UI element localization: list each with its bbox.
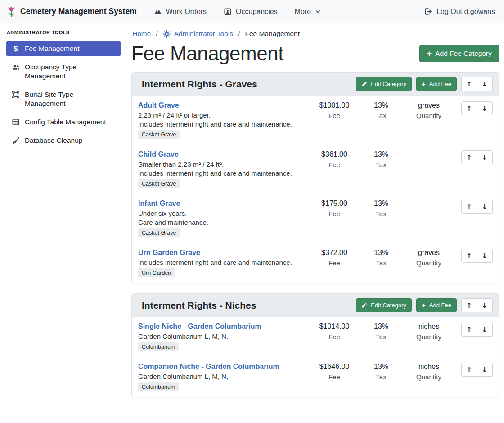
fee-reorder-group: ↑ ↓ xyxy=(461,101,493,115)
add-fee-category-label: Add Fee Category xyxy=(435,50,492,58)
breadcrumb: Home / Administrator Tools / Fee Managem… xyxy=(132,30,500,38)
edit-category-button[interactable]: Edit Category xyxy=(356,298,412,312)
tax-value: 13% xyxy=(359,249,404,257)
users-icon xyxy=(11,63,21,72)
nav-work-orders-label: Work Orders xyxy=(166,8,207,16)
fee-row: Urn Garden Grave Includes interment righ… xyxy=(132,243,499,283)
move-fee-down-button[interactable]: ↓ xyxy=(477,101,493,115)
tax-value: 13% xyxy=(359,363,404,371)
move-fee-down-button[interactable]: ↓ xyxy=(477,363,493,377)
fee-amount-cell: $1001.00 Fee xyxy=(310,101,359,119)
plus-icon: + xyxy=(422,81,426,87)
fee-description-line: Garden Columbarium L, M, N. xyxy=(138,332,306,340)
sidebar-item-burial-site-type-management[interactable]: Burial Site Type Management xyxy=(6,87,121,111)
breadcrumb-admin-tools-link[interactable]: Administrator Tools xyxy=(163,30,234,38)
add-fee-button[interactable]: + Add Fee xyxy=(416,298,457,312)
move-fee-up-button[interactable]: ↑ xyxy=(461,249,477,263)
add-fee-button[interactable]: + Add Fee xyxy=(416,77,457,91)
arrow-up-icon: ↑ xyxy=(466,105,472,113)
sidebar-item-fee-management[interactable]: $ Fee Management xyxy=(6,41,121,56)
fee-info: Single Niche - Garden Columbarium Garden… xyxy=(138,323,310,351)
quantity-cell: graves Quantity xyxy=(404,249,454,267)
move-fee-down-button[interactable]: ↓ xyxy=(477,150,493,164)
app-brand[interactable]: Cemetery Management System xyxy=(6,6,137,18)
quantity-label: Quantity xyxy=(404,333,454,341)
nav-work-orders[interactable]: Work Orders xyxy=(154,8,207,16)
fee-row: Adult Grave 2.23 m² / 24 ft² or larger. … xyxy=(132,96,499,145)
fee-reorder-group: ↑ ↓ xyxy=(461,200,493,214)
sidebar-item-label: Config Table Management xyxy=(25,118,106,127)
category-reorder-group: ↑ ↓ xyxy=(461,77,493,91)
nav-occupancies[interactable]: Occupancies xyxy=(224,8,278,16)
add-fee-category-button[interactable]: + Add Fee Category xyxy=(419,45,500,62)
fee-name-link[interactable]: Single Niche - Garden Columbarium xyxy=(138,323,261,331)
fee-row-actions: ↑ ↓ xyxy=(461,101,493,115)
table-icon xyxy=(11,118,21,126)
top-navbar: Cemetery Management System Work Orders xyxy=(0,0,504,23)
fee-amount-label: Fee xyxy=(310,259,359,267)
arrow-up-icon: ↑ xyxy=(466,154,472,162)
tax-value: 13% xyxy=(359,101,404,110)
quantity-label: Quantity xyxy=(404,112,454,119)
logout-link[interactable]: Log Out d.gowans xyxy=(424,7,495,16)
fee-tag: Casket Grave xyxy=(138,179,180,188)
move-category-down-button[interactable]: ↓ xyxy=(477,77,493,91)
tax-label: Tax xyxy=(359,373,404,381)
fee-name-link[interactable]: Child Grave xyxy=(138,150,179,159)
category-reorder-group: ↑ ↓ xyxy=(461,298,493,312)
arrow-down-icon: ↓ xyxy=(482,80,488,88)
sidebar: ADMINISTRATOR TOOLS $ Fee Management Occ… xyxy=(0,23,126,423)
sidebar-item-occupancy-type-management[interactable]: Occupancy Type Management xyxy=(6,59,121,84)
fee-description-line: Care and maintenance. xyxy=(138,218,306,226)
logout-label: Log Out d.gowans xyxy=(436,8,495,16)
page-title: Fee Management xyxy=(131,42,284,65)
fee-amount-label: Fee xyxy=(310,333,359,341)
tax-cell: 13% Tax xyxy=(359,150,404,168)
fee-reorder-group: ↑ ↓ xyxy=(461,249,493,263)
move-fee-up-button[interactable]: ↑ xyxy=(461,150,477,164)
sidebar-item-config-table-management[interactable]: Config Table Management xyxy=(6,114,121,130)
fee-name-link[interactable]: Companion Niche - Garden Columbarium xyxy=(138,363,279,371)
move-fee-down-button[interactable]: ↓ xyxy=(477,200,493,214)
quantity-label: Quantity xyxy=(404,373,454,381)
sidebar-item-database-cleanup[interactable]: Database Cleanup xyxy=(6,133,121,148)
fee-name-link[interactable]: Urn Garden Grave xyxy=(138,249,200,257)
add-fee-label: Add Fee xyxy=(429,302,451,309)
arrow-down-icon: ↓ xyxy=(482,105,488,113)
fee-reorder-group: ↑ ↓ xyxy=(461,150,493,164)
edit-category-button[interactable]: Edit Category xyxy=(356,77,412,91)
move-fee-down-button[interactable]: ↓ xyxy=(477,249,493,263)
sidebar-item-label: Occupancy Type Management xyxy=(25,63,116,81)
broom-icon xyxy=(11,136,21,145)
fee-tag: Urn Garden xyxy=(138,268,175,277)
move-fee-up-button[interactable]: ↑ xyxy=(461,363,477,377)
move-category-down-button[interactable]: ↓ xyxy=(477,298,493,312)
move-fee-down-button[interactable]: ↓ xyxy=(477,323,493,337)
vector-square-icon xyxy=(11,91,21,99)
tax-value: 13% xyxy=(359,200,404,208)
plus-icon: + xyxy=(427,50,432,57)
pencil-icon xyxy=(361,81,367,87)
quantity-value: graves xyxy=(404,249,454,257)
fee-info: Adult Grave 2.23 m² / 24 ft² or larger. … xyxy=(138,101,310,139)
arrow-up-icon: ↑ xyxy=(466,366,472,374)
arrow-up-icon: ↑ xyxy=(466,252,472,260)
move-fee-up-button[interactable]: ↑ xyxy=(461,200,477,214)
fee-name-link[interactable]: Adult Grave xyxy=(138,101,179,109)
fee-amount: $1646.00 xyxy=(310,363,359,371)
nav-links: Work Orders Occupancies More xyxy=(154,8,321,16)
edit-category-label: Edit Category xyxy=(371,81,406,87)
add-fee-label: Add Fee xyxy=(429,81,451,87)
tax-cell: 13% Tax xyxy=(359,363,404,381)
chevron-down-icon xyxy=(315,9,321,14)
move-category-up-button[interactable]: ↑ xyxy=(461,77,477,91)
move-fee-up-button[interactable]: ↑ xyxy=(461,323,477,337)
move-fee-up-button[interactable]: ↑ xyxy=(461,101,477,115)
move-category-up-button[interactable]: ↑ xyxy=(461,298,477,312)
nav-more[interactable]: More xyxy=(295,8,321,16)
fee-name-link[interactable]: Infant Grave xyxy=(138,200,180,208)
fee-tag-row: Columbarium xyxy=(138,382,306,391)
category-header: Interment Rights - Niches Edit Category … xyxy=(132,294,499,317)
breadcrumb-home-link[interactable]: Home xyxy=(132,30,151,38)
sidebar-heading: ADMINISTRATOR TOOLS xyxy=(7,30,121,35)
